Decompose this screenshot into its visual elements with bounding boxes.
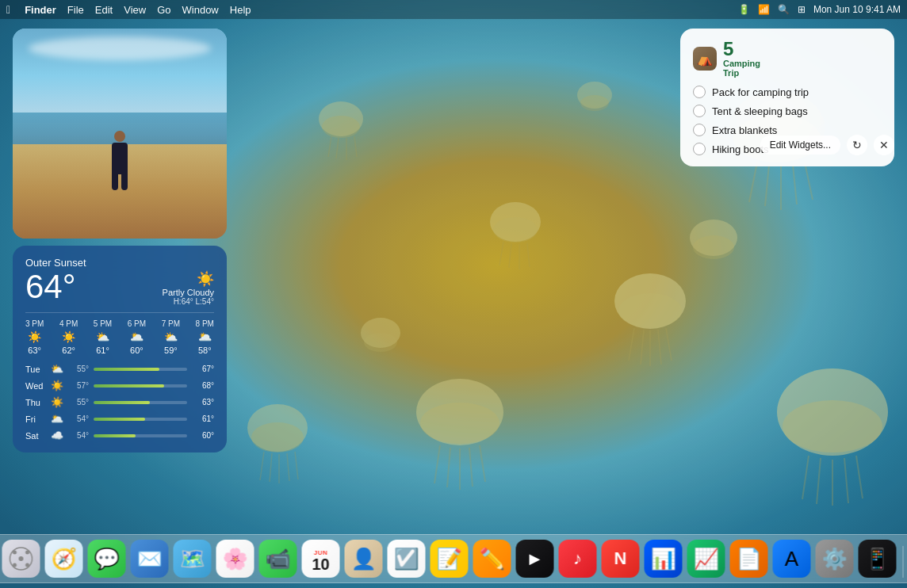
- svg-point-48: [577, 82, 612, 109]
- reminder-checkbox[interactable]: [693, 86, 706, 98]
- svg-point-51: [364, 333, 397, 352]
- weather-day-row: Fri 🌥️ 54° 61°: [25, 413, 214, 425]
- svg-line-24: [447, 448, 450, 487]
- svg-line-38: [336, 138, 339, 158]
- weather-hour-item: 6 PM 🌥️ 60°: [128, 319, 146, 355]
- svg-line-7: [805, 162, 813, 200]
- dock-item-systemprefs[interactable]: ⚙️: [816, 540, 854, 578]
- messages-icon: 💬: [94, 547, 120, 571]
- dock-item-launchpad[interactable]: [2, 540, 40, 578]
- go-menu[interactable]: Go: [157, 4, 170, 16]
- reminder-item[interactable]: Pack for camping trip: [693, 86, 882, 98]
- dock-item-safari[interactable]: 🧭: [45, 540, 83, 578]
- menubar:  Finder File Edit View Go Window Help 🔋…: [0, 0, 907, 19]
- svg-point-9: [618, 293, 682, 328]
- dock-item-messages[interactable]: 💬: [88, 540, 126, 578]
- battery-icon: 🔋: [738, 4, 750, 15]
- reminders-count: 5: [723, 40, 760, 59]
- window-menu[interactable]: Window: [182, 4, 219, 16]
- reminders-count-section: 5 Camping Trip: [723, 40, 760, 78]
- dock-item-pages[interactable]: 📄: [730, 540, 768, 578]
- weather-hour-item: 5 PM ⛅ 61°: [94, 319, 112, 355]
- svg-point-41: [247, 404, 308, 452]
- close-widget-button[interactable]: ✕: [874, 135, 894, 155]
- dock: 🧭💬✉️🗺️🌸📹 JUN 10 👤☑️📝✏️▶♪N📊📈📄A⚙️📱🗑️: [0, 534, 907, 583]
- dock-item-calendar[interactable]: JUN 10: [302, 540, 340, 578]
- reminder-checkbox[interactable]: [693, 105, 706, 117]
- help-menu[interactable]: Help: [230, 4, 251, 16]
- svg-point-63: [25, 551, 29, 555]
- dock-item-numbers[interactable]: 📈: [687, 540, 725, 578]
- svg-point-35: [319, 101, 363, 136]
- svg-line-18: [509, 243, 511, 268]
- weather-hour-item: 7 PM ⛅ 59°: [162, 319, 180, 355]
- svg-line-3: [749, 162, 757, 202]
- svg-point-29: [783, 400, 882, 452]
- weather-condition: Partly Cloudy: [163, 288, 214, 297]
- svg-line-31: [817, 458, 821, 504]
- music-icon: ♪: [573, 548, 582, 569]
- freeform-icon: ✏️: [480, 547, 505, 571]
- menubar-right: 🔋 📶 🔍 ⊞ Mon Jun 10 9:41 AM: [738, 4, 901, 15]
- dock-item-mail[interactable]: ✉️: [131, 540, 169, 578]
- svg-line-11: [641, 330, 644, 365]
- dock-item-iphone[interactable]: 📱: [859, 540, 897, 578]
- svg-point-50: [361, 318, 400, 348]
- reminder-text: Pack for camping trip: [712, 86, 809, 98]
- photos-icon: 🌸: [223, 547, 248, 571]
- dock-item-notes[interactable]: 📝: [431, 540, 469, 578]
- keynote-icon: 📊: [651, 547, 676, 571]
- dock-item-freeform[interactable]: ✏️: [473, 540, 511, 578]
- dock-item-facetime[interactable]: 📹: [259, 540, 297, 578]
- edit-widgets-button[interactable]: Edit Widgets...: [760, 136, 840, 155]
- dock-item-appletv[interactable]: ▶: [516, 540, 554, 578]
- photo-widget: [13, 29, 227, 239]
- apple-menu[interactable]: : [6, 3, 10, 16]
- weather-hour-item: 8 PM 🌥️ 58°: [196, 319, 214, 355]
- dock-item-music[interactable]: ♪: [559, 540, 597, 578]
- dock-item-appstore[interactable]: A: [773, 540, 811, 578]
- dock-item-maps[interactable]: 🗺️: [174, 540, 212, 578]
- svg-point-22: [420, 403, 499, 444]
- launchpad-icon: [9, 546, 34, 571]
- edit-menu[interactable]: Edit: [95, 4, 113, 16]
- photo-person: [108, 131, 132, 186]
- finder-menu[interactable]: Finder: [25, 4, 56, 16]
- datetime-display: Mon Jun 10 9:41 AM: [813, 4, 901, 15]
- mail-icon: ✉️: [137, 547, 163, 571]
- svg-point-49: [580, 95, 609, 111]
- svg-point-65: [25, 563, 29, 567]
- svg-line-44: [270, 453, 272, 482]
- weather-sun-icon: ☀️: [163, 270, 214, 288]
- weather-day-row: Tue ⛅ 55° 67°: [25, 363, 214, 375]
- safari-icon: 🧭: [52, 547, 77, 571]
- dock-item-reminders[interactable]: ☑️: [388, 540, 426, 578]
- reminder-checkbox[interactable]: [693, 143, 706, 155]
- reminders-app-icon: ⛺: [693, 47, 717, 71]
- dock-item-contacts[interactable]: 👤: [345, 540, 383, 578]
- svg-line-37: [328, 136, 331, 157]
- dock-item-keynote[interactable]: 📊: [645, 540, 683, 578]
- svg-point-53: [693, 235, 734, 259]
- svg-point-62: [13, 551, 17, 555]
- spotlight-icon[interactable]: 🔍: [778, 4, 790, 15]
- svg-line-47: [295, 452, 298, 479]
- svg-line-34: [856, 456, 863, 498]
- rotate-widget-button[interactable]: ↻: [847, 135, 867, 155]
- weather-hilo: H:64° L:54°: [163, 297, 214, 306]
- reminder-checkbox[interactable]: [693, 124, 706, 136]
- dock-item-news[interactable]: N: [602, 540, 640, 578]
- wifi-icon: 📶: [758, 4, 770, 15]
- svg-point-16: [493, 217, 538, 242]
- svg-line-13: [658, 330, 661, 365]
- photo-clouds: [29, 36, 211, 60]
- view-menu[interactable]: View: [124, 4, 146, 16]
- file-menu[interactable]: File: [67, 4, 84, 16]
- control-center-icon[interactable]: ⊞: [798, 4, 806, 15]
- calendar-icon-inner: JUN 10: [302, 540, 340, 578]
- svg-line-4: [765, 165, 769, 206]
- reminder-item[interactable]: Tent & sleeping bags: [693, 105, 882, 117]
- svg-point-52: [690, 220, 737, 256]
- svg-line-10: [629, 328, 634, 361]
- dock-item-photos[interactable]: 🌸: [216, 540, 254, 578]
